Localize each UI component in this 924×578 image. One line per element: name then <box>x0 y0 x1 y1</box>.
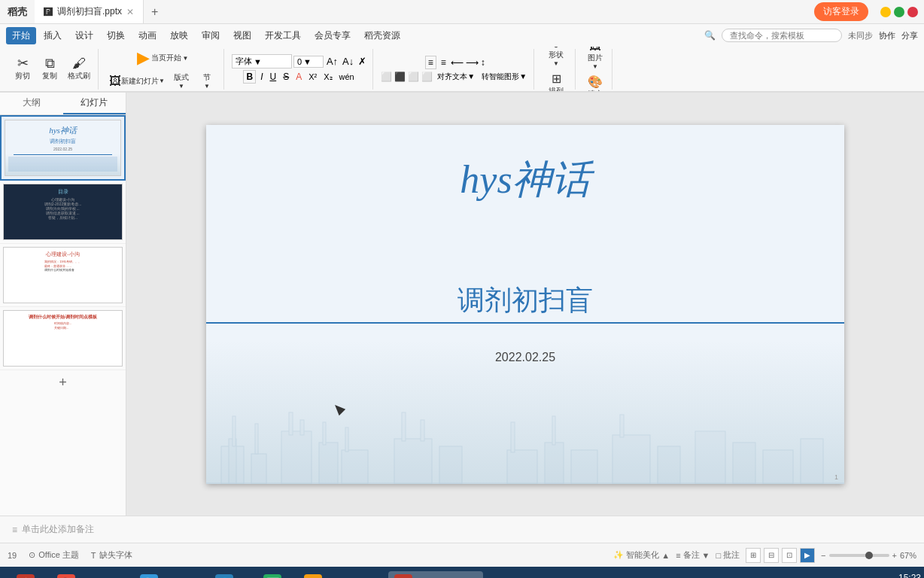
list-bullet-button[interactable]: ≡ <box>425 56 436 69</box>
thumb2-label: 目录 <box>58 188 68 196</box>
tab-close-icon[interactable]: ✕ <box>126 7 134 17</box>
align-left-button[interactable]: ⬜ <box>381 71 392 82</box>
font-family-dropdown[interactable]: 字体 ▼ <box>232 54 292 68</box>
copy-button[interactable]: ⧉复制 <box>38 55 62 83</box>
notes-icon: ≡ <box>12 525 17 535</box>
maximize-button[interactable] <box>894 7 904 17</box>
align-center-button[interactable]: ⬛ <box>394 71 406 82</box>
align-right-button[interactable]: ⬜ <box>408 71 419 82</box>
beautify-dropdown: ▲ <box>661 551 670 560</box>
thumb3-content: 我的情况：19年考研。。。 最终：普通双非…… 调剂什么时候开始准备 <box>44 260 81 272</box>
search-input[interactable] <box>722 29 842 42</box>
excel-button[interactable]: 📊 <box>250 571 295 578</box>
menu-insert[interactable]: 插入 <box>38 27 68 44</box>
slides-tab[interactable]: 幻灯片 <box>63 93 126 114</box>
menu-review[interactable]: 审阅 <box>196 27 226 44</box>
subscript-button[interactable]: X₂ <box>321 71 334 83</box>
share-btn[interactable]: 分享 <box>901 30 918 41</box>
login-button[interactable]: 访客登录 <box>814 2 868 21</box>
format-painter-button[interactable]: 🖌格式刷 <box>65 55 93 83</box>
collab-btn[interactable]: 协作 <box>879 30 895 41</box>
bold-button[interactable]: B <box>243 70 256 84</box>
fill-button[interactable]: 🎨填充 <box>583 73 607 93</box>
decrease-font-button[interactable]: A↓ <box>341 54 355 68</box>
slide-thumb-3[interactable]: 心理建设-小沟 我的情况：19年考研。。。 最终：普通双非…… 调剂什么时候开始… <box>0 244 126 307</box>
menu-start[interactable]: 开始 <box>6 27 36 44</box>
folder-button[interactable]: 📁 天土力学习资料 <box>298 571 385 578</box>
minimize-button[interactable] <box>880 7 891 17</box>
outline-tab[interactable]: 大纲 <box>0 93 63 114</box>
reading-view-button[interactable]: ⊡ <box>782 548 797 563</box>
menu-resources[interactable]: 稻壳资源 <box>358 27 406 44</box>
active-tab[interactable]: 🅿 调剂初扫盲.pptx ✕ <box>35 0 144 23</box>
add-slide-button[interactable]: + <box>0 370 126 395</box>
phonetic-button[interactable]: wén <box>337 71 357 82</box>
zoom-in-button[interactable]: + <box>892 551 897 560</box>
slide-canvas[interactable]: hys神话 调剂初扫盲 2022.02.25 <box>206 125 844 484</box>
slide-subtitle[interactable]: 调剂初扫盲 <box>457 282 593 319</box>
list-number-button[interactable]: ≡ <box>439 56 448 68</box>
slideshow-view-button[interactable]: ▶ <box>800 548 815 563</box>
search-button[interactable]: 🔍 搜索一下 <box>134 571 199 578</box>
svg-rect-16 <box>507 450 537 484</box>
font-size-dropdown[interactable]: 0 ▼ <box>293 56 324 68</box>
slide-main-title[interactable]: hys神话 <box>460 154 590 206</box>
slide-date[interactable]: 2022.02.25 <box>495 351 555 364</box>
slide-thumb-2[interactable]: 目录 心理建设-小沟 调剂2-2022重新考虑... 调剂方向我的学校... 调… <box>0 181 126 244</box>
menu-transition[interactable]: 切换 <box>101 27 131 44</box>
slide-thumb-4[interactable]: 调剂什么时候开始·调剂时间点模板 时间线内容... 关键日期... <box>0 307 126 370</box>
thumb-inner-2: 目录 心理建设-小沟 调剂2-2022重新考虑... 调剂方向我的学校... 调… <box>3 184 123 240</box>
clear-format-button[interactable]: ✗ <box>357 54 368 68</box>
thumb1-subtitle: 调剂初扫盲 <box>50 138 76 145</box>
slide-sorter-button[interactable]: ⊟ <box>764 548 779 563</box>
slide-divider-line <box>206 322 844 324</box>
browser-button[interactable]: 🌐 <box>202 571 247 578</box>
pptx-button[interactable]: 🅿 调剂初扫盲.pptx... <box>388 571 483 578</box>
strikethrough-button[interactable]: S <box>281 71 291 83</box>
text-align-button[interactable]: 对齐文本▼ <box>435 71 477 83</box>
indent-increase-button[interactable]: ⟶ <box>466 57 479 68</box>
increase-font-button[interactable]: A↑ <box>325 54 339 68</box>
taskbar-clock[interactable]: 15:23 2022/2/2 <box>892 572 921 578</box>
start-button[interactable]: 🌟 <box>3 571 48 578</box>
zoom-out-button[interactable]: − <box>821 551 825 560</box>
indent-decrease-button[interactable]: ⟵ <box>451 57 464 68</box>
superscript-button[interactable]: X² <box>306 71 319 82</box>
screen-recorder-button[interactable]: 🎥 屏幕录制大师 <box>51 571 131 578</box>
new-tab-button[interactable]: + <box>144 5 166 19</box>
arrange-button[interactable]: ⊞排列▼ <box>544 70 568 92</box>
svg-rect-27 <box>801 439 823 484</box>
menu-dev-tools[interactable]: 开发工具 <box>259 27 307 44</box>
review-button[interactable]: □ 批注 <box>716 549 740 561</box>
align-justify-button[interactable]: ⬜ <box>421 71 433 82</box>
image-button[interactable]: 🖼图片▼ <box>583 47 607 71</box>
italic-button[interactable]: I <box>258 71 265 83</box>
toolbar: 开始 插入 设计 切换 动画 放映 审阅 视图 开发工具 会员专享 稻壳资源 🔍… <box>0 24 924 93</box>
menu-slideshow[interactable]: 放映 <box>164 27 194 44</box>
line-spacing-button[interactable]: ↕ <box>481 57 485 68</box>
menu-animation[interactable]: 动画 <box>132 27 163 44</box>
close-button[interactable] <box>907 7 918 17</box>
notes-button[interactable]: ≡ 备注 ▼ <box>676 549 710 561</box>
smart-art-button[interactable]: 转智能图形▼ <box>479 71 529 83</box>
zoom-percent[interactable]: 67% <box>900 551 916 560</box>
new-slide-button[interactable]: 🖼 新建幻灯片▼ <box>106 73 168 90</box>
menu-vip[interactable]: 会员专享 <box>309 27 357 44</box>
underline-button[interactable]: U <box>267 71 278 83</box>
sync-status: 未同步 <box>848 30 873 41</box>
zoom-slider[interactable] <box>829 554 889 557</box>
menu-design[interactable]: 设计 <box>69 27 99 44</box>
shapes-button[interactable]: ⬡形状▼ <box>544 47 568 68</box>
section-button[interactable]: 节▼ <box>195 71 219 91</box>
slide-thumb-1[interactable]: hys神话 调剂初扫盲 2022.02.25 <box>0 115 126 181</box>
start-slide-button[interactable]: ▶ 当页开始 ▼ <box>134 47 192 69</box>
dropdown-arrow: ▼ <box>254 57 262 66</box>
menu-view[interactable]: 视图 <box>227 27 257 44</box>
beautify-button[interactable]: ✨ 智能美化 ▲ <box>613 549 670 561</box>
notes-placeholder[interactable]: 单击此处添加备注 <box>22 523 94 536</box>
notes-area[interactable]: ≡ 单击此处添加备注 <box>0 516 924 543</box>
normal-view-button[interactable]: ⊞ <box>746 548 761 563</box>
layout-button[interactable]: 版式▼ <box>169 71 193 91</box>
font-color-button[interactable]: A <box>293 71 304 83</box>
cut-button[interactable]: ✂剪切 <box>11 55 35 83</box>
